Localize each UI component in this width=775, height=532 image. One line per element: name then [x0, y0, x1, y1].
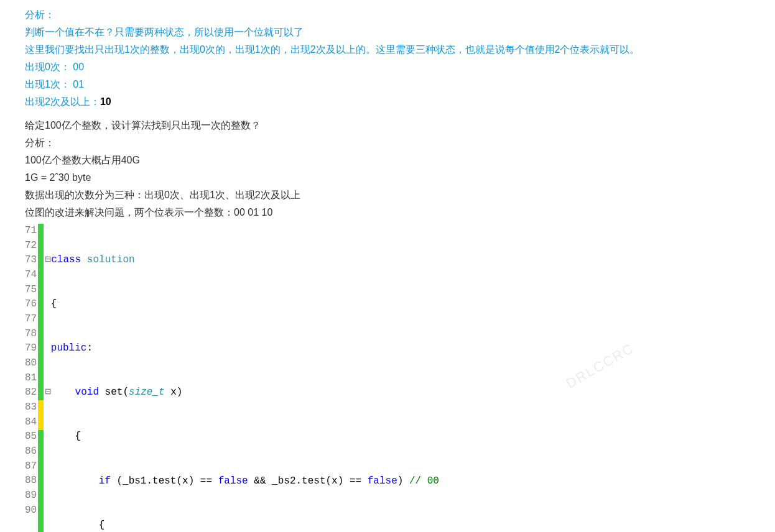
analysis-text: 分析： 判断一个值在不在？只需要两种状态，所以使用一个位就可以了 这里我们要找出…: [25, 6, 750, 111]
kw-if: if: [99, 475, 111, 487]
text: 出现2次及以上：: [25, 96, 100, 107]
problem-line: 分析：: [25, 134, 750, 152]
paren: ): [397, 475, 409, 487]
colon: :: [86, 342, 93, 354]
line-number: 90: [25, 503, 37, 518]
fn-name: set: [99, 387, 123, 398]
line-number: 82: [25, 385, 37, 400]
line-number-gutter: 71 72 73 74 75 76 77 78 79 80 81 82 83 8…: [25, 224, 38, 532]
kw-false: false: [368, 475, 397, 487]
line-number: 78: [25, 327, 37, 342]
line-number: 84: [25, 415, 37, 430]
line-number: 77: [25, 312, 37, 327]
analysis-line: 出现2次及以上：10: [25, 93, 750, 111]
problem-line: 数据出现的次数分为三种：出现0次、出现1次、出现2次及以上: [25, 186, 750, 204]
line-number: 81: [25, 371, 37, 386]
line-number: 75: [25, 283, 37, 298]
analysis-line: 判断一个值在不在？只需要两种状态，所以使用一个位就可以了: [25, 24, 750, 41]
line-number: 86: [25, 444, 37, 459]
kw-void: void: [75, 387, 99, 398]
problem-line: 100亿个整数大概占用40G: [25, 152, 750, 169]
obj: _bs1.: [123, 475, 152, 487]
brace: {: [51, 298, 57, 310]
line-number: 72: [25, 239, 37, 254]
kw-class: class: [51, 254, 81, 265]
type: size_t: [129, 387, 165, 398]
paren: ): [177, 387, 183, 398]
fold-icon[interactable]: ⊟: [45, 253, 51, 268]
fn: test: [152, 475, 176, 487]
line-number: 89: [25, 488, 37, 503]
op: &&: [248, 475, 272, 487]
param: x: [165, 387, 177, 398]
line-number: 88: [25, 474, 37, 488]
paren: (: [123, 387, 129, 398]
fold-icon[interactable]: ⊟: [45, 385, 51, 400]
line-number: 85: [25, 429, 37, 444]
code-content[interactable]: ⊟class solution { public: ⊟ void set(siz…: [44, 224, 750, 532]
comment: // 00: [409, 475, 439, 487]
fn: test: [302, 475, 325, 487]
bold-10: 10: [100, 96, 111, 107]
brace: {: [99, 520, 105, 531]
analysis-line: 分析：: [25, 6, 750, 24]
kw-public: public: [51, 342, 87, 354]
line-number: 71: [25, 224, 37, 239]
line-number: 87: [25, 459, 37, 474]
change-bar: [38, 224, 44, 532]
paren: (: [111, 475, 123, 487]
kw-false: false: [218, 475, 248, 487]
line-number: 80: [25, 356, 37, 371]
analysis-line: 出现0次： 00: [25, 58, 750, 76]
line-number: 76: [25, 297, 37, 312]
line-number: 79: [25, 341, 37, 356]
class-name: solution: [81, 254, 134, 265]
line-number: 83: [25, 400, 37, 415]
text: (x) ==: [326, 475, 368, 487]
analysis-line: 这里我们要找出只出现1次的整数，出现0次的，出现1次的，出现2次及以上的。这里需…: [25, 41, 750, 58]
problem-line: 位图的改进来解决问题，两个位表示一个整数：00 01 10: [25, 204, 750, 221]
analysis-line: 出现1次： 01: [25, 76, 750, 93]
line-number: 73: [25, 253, 37, 268]
line-number: 74: [25, 268, 37, 283]
code-editor[interactable]: 71 72 73 74 75 76 77 78 79 80 81 82 83 8…: [25, 224, 750, 532]
obj: _bs2.: [272, 475, 302, 487]
problem-statement: 给定100亿个整数，设计算法找到只出现一次的整数？ 分析： 100亿个整数大概占…: [25, 117, 750, 221]
brace: {: [75, 431, 81, 442]
problem-line: 给定100亿个整数，设计算法找到只出现一次的整数？: [25, 117, 750, 134]
problem-line: 1G = 2ˆ30 byte: [25, 169, 750, 186]
text: (x) ==: [176, 475, 218, 487]
